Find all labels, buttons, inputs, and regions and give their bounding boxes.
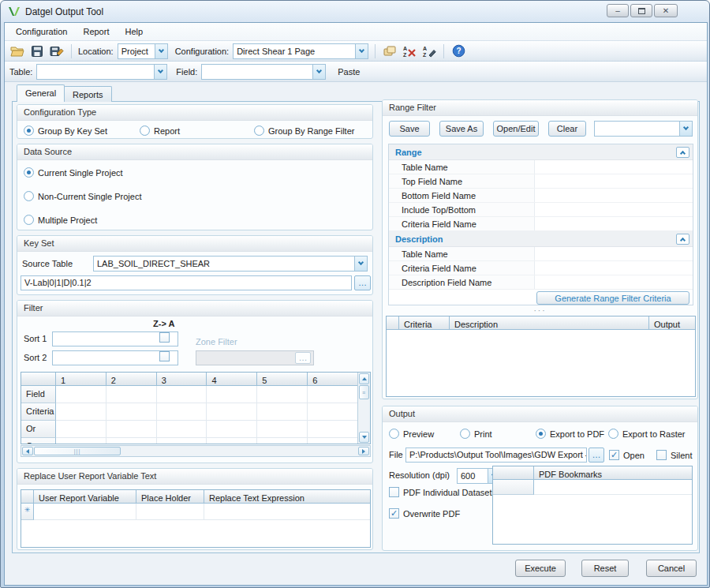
grid-cell[interactable] xyxy=(106,403,157,421)
collapse-button[interactable] xyxy=(676,234,689,245)
rename-configuration-icon[interactable]: AZ xyxy=(421,44,437,58)
grid-row-header[interactable]: Criteria xyxy=(21,403,56,421)
scroll-up-icon[interactable] xyxy=(359,373,369,384)
radio-preview[interactable]: Preview xyxy=(389,429,434,439)
open-icon[interactable] xyxy=(9,44,25,58)
tab-reports[interactable]: Reports xyxy=(64,86,112,102)
grid-column-header[interactable]: 2 xyxy=(106,373,157,386)
property-row[interactable]: Bottom Field Name xyxy=(389,189,693,203)
sort2-descending-checkbox[interactable] xyxy=(159,351,170,361)
scroll-down-icon[interactable] xyxy=(359,432,369,443)
property-row[interactable]: Table Name xyxy=(389,247,693,261)
chevron-down-icon[interactable] xyxy=(154,65,166,79)
tab-general[interactable]: General xyxy=(17,84,65,102)
grid-cell[interactable] xyxy=(136,504,204,520)
chevron-down-icon[interactable] xyxy=(312,65,325,79)
grid-cell[interactable] xyxy=(157,421,207,438)
grid-cell[interactable] xyxy=(257,386,308,403)
paste-button[interactable]: Paste xyxy=(338,67,360,77)
grid-row-header[interactable]: Field xyxy=(21,386,56,403)
save-button[interactable]: Save xyxy=(389,121,430,137)
grid-column-header[interactable]: 5 xyxy=(257,373,308,386)
file-path-input[interactable]: P:\Products\Output Tool\Images\GDW Expor… xyxy=(405,448,587,463)
category-range[interactable]: Range xyxy=(389,144,693,160)
scrollbar-thumb[interactable]: ≡ xyxy=(359,385,369,399)
grid-cell[interactable] xyxy=(308,403,357,421)
grid-row-header[interactable]: Or xyxy=(21,438,56,444)
grid-cell[interactable] xyxy=(207,421,257,438)
delete-configuration-icon[interactable]: AZ xyxy=(402,44,417,58)
grid-cell[interactable] xyxy=(534,480,692,495)
grid-row-header[interactable]: Or xyxy=(21,421,56,438)
grid-row-header[interactable] xyxy=(493,480,534,495)
overwrite-pdf-checkbox-item[interactable]: Overwrite PDF xyxy=(389,508,460,519)
scroll-right-icon[interactable] xyxy=(358,447,369,455)
filter-criteria-grid[interactable]: 1 2 3 4 5 6 Field Criteria Or xyxy=(21,372,371,444)
key-set-value-input[interactable]: V-Lab|0|1|D|0.1|2 xyxy=(21,275,352,290)
grid-cell[interactable] xyxy=(257,421,308,438)
copy-configuration-icon[interactable] xyxy=(382,44,398,58)
property-value[interactable] xyxy=(535,160,693,174)
sort1-descending-checkbox[interactable] xyxy=(159,332,170,343)
grid-column-header[interactable]: 1 xyxy=(56,373,106,386)
file-browse-ellipsis-button[interactable]: … xyxy=(589,448,604,463)
property-value[interactable] xyxy=(535,203,693,216)
clear-button[interactable]: Clear xyxy=(548,121,586,137)
grid-cell[interactable] xyxy=(308,438,357,444)
category-description[interactable]: Description xyxy=(389,231,693,247)
property-value[interactable] xyxy=(535,217,693,230)
grid-cell[interactable] xyxy=(34,504,136,520)
grid-cell[interactable] xyxy=(308,386,357,403)
pdf-bookmarks-grid[interactable]: PDF Bookmarks xyxy=(492,466,693,545)
minimize-button[interactable]: – xyxy=(607,4,629,17)
range-criteria-grid[interactable]: Criteria Description Output xyxy=(386,316,696,397)
property-row[interactable]: Include Top/Bottom xyxy=(389,203,693,217)
radio-export-to-raster[interactable]: Export to Raster xyxy=(608,429,685,439)
grid-column-header[interactable]: Criteria xyxy=(399,316,450,330)
grid-cell[interactable] xyxy=(157,438,207,444)
grid-cell[interactable] xyxy=(56,421,106,438)
close-button[interactable]: ✕ xyxy=(654,4,678,17)
chevron-down-icon[interactable] xyxy=(155,44,167,58)
maximize-button[interactable] xyxy=(630,4,652,17)
grid-cell[interactable] xyxy=(56,386,106,403)
grid-cell[interactable] xyxy=(106,421,157,438)
grid-cell[interactable] xyxy=(106,438,157,444)
chevron-down-icon[interactable] xyxy=(354,257,367,271)
grid-column-header[interactable]: PDF Bookmarks xyxy=(534,466,692,480)
radio-current-single-project[interactable]: Current Single Project xyxy=(24,167,123,178)
menu-configuration[interactable]: Configuration xyxy=(8,24,75,39)
radio-multiple-project[interactable]: Multiple Project xyxy=(24,215,97,225)
property-row[interactable]: Criteria Field Name xyxy=(389,217,693,231)
silent-checkbox-item[interactable]: Silent xyxy=(656,450,693,460)
save-as-button[interactable]: Save As xyxy=(439,121,484,137)
radio-report[interactable]: Report xyxy=(140,125,180,136)
replace-variable-grid[interactable]: User Report Variable Place Holder Replac… xyxy=(21,489,371,548)
property-row[interactable]: Description Field Name xyxy=(389,275,693,290)
grid-cell[interactable] xyxy=(56,438,106,444)
grid-cell[interactable] xyxy=(56,403,106,421)
vertical-scrollbar[interactable]: ≡ xyxy=(357,373,370,444)
horizontal-scrollbar[interactable]: ||| xyxy=(21,445,371,457)
grid-cell[interactable] xyxy=(257,403,308,421)
save-icon[interactable] xyxy=(29,44,45,58)
pdf-individual-datasets-checkbox-item[interactable]: PDF Individual Datasets xyxy=(389,487,496,497)
grid-column-header[interactable]: Output xyxy=(649,316,695,330)
grid-column-header[interactable]: 3 xyxy=(157,373,207,386)
table-combobox[interactable] xyxy=(36,64,167,80)
menu-help[interactable]: Help xyxy=(117,24,151,39)
grid-cell[interactable] xyxy=(106,386,157,403)
grid-cell[interactable] xyxy=(204,504,370,520)
radio-export-to-pdf[interactable]: Export to PDF xyxy=(536,429,604,439)
chevron-down-icon[interactable] xyxy=(679,122,692,136)
menu-report[interactable]: Report xyxy=(75,24,117,39)
grid-cell[interactable] xyxy=(207,403,257,421)
grid-column-header[interactable]: Description xyxy=(450,316,649,330)
grid-column-header[interactable]: 6 xyxy=(308,373,357,386)
chevron-down-icon[interactable] xyxy=(355,44,368,58)
property-value[interactable] xyxy=(535,247,693,260)
grid-column-header[interactable]: Replace Text Expression xyxy=(204,490,370,504)
reset-button[interactable]: Reset xyxy=(581,560,629,577)
property-row[interactable]: Top Field Name xyxy=(389,174,693,189)
scroll-left-icon[interactable] xyxy=(22,447,33,455)
